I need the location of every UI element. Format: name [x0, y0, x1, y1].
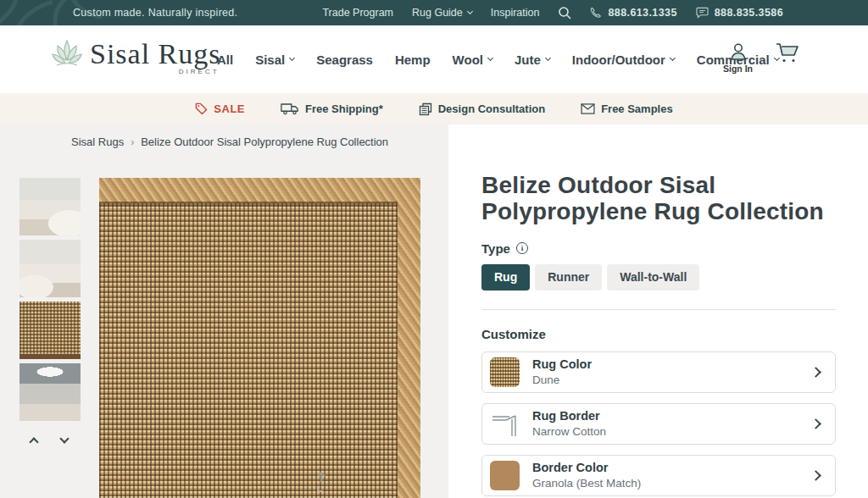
tagline: Custom made. Naturally inspired.	[73, 7, 237, 19]
design-consultation-link[interactable]: Design Consultation	[419, 102, 545, 116]
thumbnail-nav	[19, 435, 81, 444]
lotus-leaf-logo-icon	[51, 37, 83, 71]
option-value: Dune	[532, 374, 799, 386]
header-actions: Sign In	[723, 41, 802, 74]
cart-icon[interactable]	[775, 41, 802, 66]
user-icon	[727, 41, 749, 63]
border-color-swatch	[490, 461, 520, 490]
thumbnail-list	[19, 178, 81, 444]
rug-color-option[interactable]: Rug Color Dune	[481, 351, 836, 393]
nav-item-indoor-outdoor[interactable]: Indoor/Outdoor	[572, 53, 675, 67]
brand-name: Sisal Rugs	[90, 38, 221, 69]
product-panel: Belize Outdoor Sisal Polypropylene Rug C…	[448, 125, 868, 498]
phone-number[interactable]: 888.613.1335	[590, 7, 676, 19]
chevron-right-icon	[810, 470, 821, 481]
type-option-rug[interactable]: Rug	[481, 264, 530, 290]
thumbnails-prev-button[interactable]	[29, 435, 41, 444]
sign-in-button[interactable]: Sign In	[723, 41, 753, 74]
rug-color-swatch	[490, 357, 520, 387]
thumbnails-next-button[interactable]	[59, 435, 71, 444]
option-title: Border Color	[532, 461, 799, 474]
option-title: Rug Color	[532, 357, 799, 371]
nav-item-hemp[interactable]: Hemp	[395, 53, 431, 67]
rug-border-option[interactable]: Rug Border Narrow Cotton	[481, 403, 836, 445]
chat-bubble-icon	[696, 7, 709, 19]
free-shipping-link[interactable]: Free Shipping*	[281, 102, 383, 115]
truck-icon	[281, 102, 299, 115]
gallery-panel: Sisal Rugs › Belize Outdoor Sisal Polypr…	[0, 125, 448, 498]
nav-item-wool[interactable]: Wool	[453, 53, 492, 67]
nav-item-all[interactable]: All	[217, 53, 233, 67]
type-row: Type i	[481, 241, 836, 256]
phone-icon	[590, 7, 602, 19]
trade-program-link[interactable]: Trade Program	[322, 7, 393, 19]
sale-tag-icon	[195, 102, 208, 115]
breadcrumb-parent-link[interactable]: Sisal Rugs	[71, 136, 124, 148]
chevron-right-icon	[810, 367, 821, 378]
search-icon[interactable]	[558, 6, 571, 19]
chevron-down-icon	[467, 8, 473, 14]
customize-heading: Customize	[481, 327, 836, 341]
chevron-right-icon	[810, 418, 821, 429]
chevron-down-icon	[670, 55, 676, 61]
option-value: Narrow Cotton	[532, 425, 799, 438]
scroll-top-icon[interactable]	[314, 471, 328, 493]
thumbnail-room-scene-1[interactable]	[19, 178, 81, 235]
chevron-down-icon	[289, 55, 295, 61]
option-value: Granola (Best Match)	[532, 477, 799, 490]
brand-subtitle: DIRECT	[179, 68, 220, 75]
main-header: Sisal Rugs DIRECT All Sisal Seagrass Hem…	[0, 25, 868, 93]
topbar-links: Trade Program Rug Guide Inspiration 888.…	[322, 6, 783, 19]
swatch-stack-icon	[419, 102, 432, 116]
info-icon[interactable]: i	[516, 242, 528, 254]
breadcrumb-current: Belize Outdoor Sisal Polypropylene Rug C…	[141, 136, 388, 148]
rug-weave-texture	[99, 203, 398, 498]
product-title: Belize Outdoor Sisal Polypropylene Rug C…	[481, 173, 836, 225]
free-samples-link[interactable]: Free Samples	[581, 102, 673, 115]
type-option-runner[interactable]: Runner	[535, 264, 602, 290]
border-corner-icon	[490, 409, 520, 439]
sale-link[interactable]: SALE	[195, 102, 245, 115]
inspiration-link[interactable]: Inspiration	[491, 7, 540, 19]
type-selector: Rug Runner Wall-to-Wall	[481, 264, 836, 290]
product-main-image[interactable]	[99, 178, 420, 498]
primary-nav: All Sisal Seagrass Hemp Wool Jute Indoor…	[217, 25, 779, 93]
thumbnail-room-scene-2[interactable]	[19, 240, 81, 297]
envelope-icon	[581, 103, 595, 114]
brand-logo[interactable]: Sisal Rugs DIRECT	[51, 37, 221, 71]
promo-bar: SALE Free Shipping* Design Consultation …	[0, 93, 868, 125]
type-label: Type	[481, 241, 510, 256]
chevron-down-icon	[487, 55, 493, 61]
thumbnail-rug-texture[interactable]	[19, 302, 81, 359]
thumbnail-room-scene-3[interactable]	[19, 363, 81, 421]
rug-guide-link[interactable]: Rug Guide	[412, 7, 472, 19]
chevron-down-icon	[545, 55, 551, 61]
top-utility-bar: Custom made. Naturally inspired. Trade P…	[0, 0, 868, 25]
type-option-wall-to-wall[interactable]: Wall-to-Wall	[607, 264, 699, 290]
sms-number[interactable]: 888.835.3586	[696, 7, 783, 19]
breadcrumb: Sisal Rugs › Belize Outdoor Sisal Polypr…	[71, 136, 388, 148]
nav-item-sisal[interactable]: Sisal	[255, 53, 294, 67]
option-title: Rug Border	[532, 409, 799, 423]
section-divider	[481, 309, 836, 310]
nav-item-jute[interactable]: Jute	[515, 53, 550, 67]
page: Custom made. Naturally inspired. Trade P…	[0, 0, 868, 498]
nav-item-seagrass[interactable]: Seagrass	[316, 53, 373, 67]
border-color-option[interactable]: Border Color Granola (Best Match)	[481, 455, 836, 496]
breadcrumb-separator: ›	[131, 136, 134, 148]
